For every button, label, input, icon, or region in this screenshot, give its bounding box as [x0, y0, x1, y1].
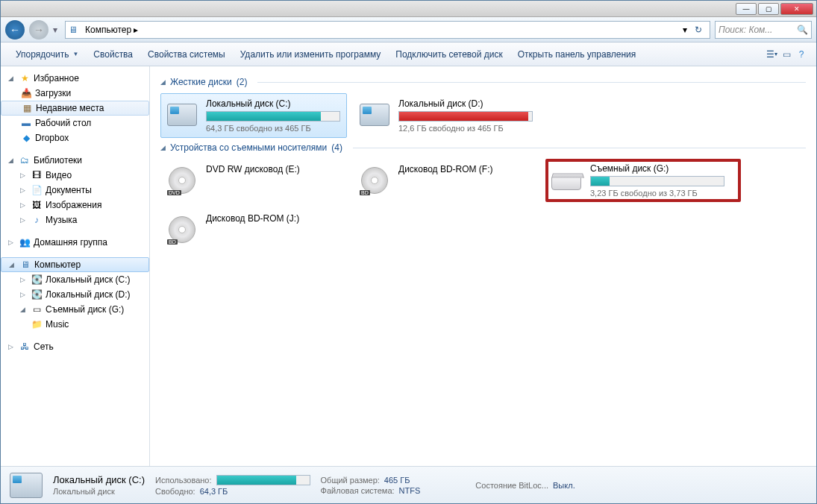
sidebar-item-label: Домашняя группа: [34, 237, 107, 248]
sidebar-music-folder[interactable]: 📁Music: [1, 317, 149, 332]
sidebar-pictures[interactable]: ▷🖼Изображения: [1, 198, 149, 212]
search-input[interactable]: Поиск: Ком... 🔍: [715, 21, 812, 39]
group-count: (4): [331, 142, 342, 153]
sidebar-item-label: Компьютер: [34, 259, 81, 270]
drive-local-d[interactable]: Локальный диск (D:) 12,6 ГБ свободно из …: [353, 93, 539, 138]
status-fs-label: Файловая система:: [321, 486, 395, 495]
status-total-value: 465 ГБ: [384, 476, 410, 485]
sidebar-item-label: Музыка: [46, 215, 77, 225]
uninstall-button[interactable]: Удалить или изменить программу: [233, 46, 389, 63]
status-total-label: Общий размер:: [321, 476, 380, 485]
maximize-button[interactable]: ▢: [758, 3, 779, 15]
badge: DVD: [167, 190, 181, 195]
preview-pane-button[interactable]: ▭: [779, 47, 794, 62]
computer-icon: 🖥: [69, 25, 78, 35]
status-fs-value: NTFS: [399, 486, 421, 495]
status-free-value: 64,3 ГБ: [200, 487, 228, 496]
breadcrumb-computer[interactable]: Компьютер ▸: [81, 23, 143, 37]
drive-removable-g-highlighted[interactable]: Съемный диск (G:) 3,23 ГБ свободно из 3,…: [545, 159, 741, 202]
sidebar-music[interactable]: ▷♪Музыка: [1, 212, 149, 227]
sidebar-homegroup[interactable]: ▷👥Домашняя группа: [1, 235, 149, 250]
drive-name: Дисковод BD-ROM (J:): [206, 213, 342, 224]
map-drive-button[interactable]: Подключить сетевой диск: [388, 46, 510, 63]
status-bitlocker-value: Выкл.: [553, 481, 575, 490]
star-icon: ★: [19, 72, 31, 84]
drive-name: Локальный диск (D:): [398, 98, 534, 109]
drive-name: DVD RW дисковод (E:): [206, 164, 342, 174]
address-dropdown-icon[interactable]: ▾: [683, 25, 687, 35]
network-icon: 🖧: [19, 341, 31, 353]
help-button[interactable]: ?: [794, 47, 809, 62]
sidebar-item-label: Съемный диск (G:): [46, 304, 124, 315]
group-count: (2): [237, 77, 248, 87]
drive-icon: [10, 469, 43, 502]
document-icon: 📄: [31, 184, 43, 196]
sidebar-item-label: Dropbox: [35, 133, 69, 143]
drive-bd-j[interactable]: BD Дисковод BD-ROM (J:): [160, 208, 347, 251]
drive-dvd-e[interactable]: DVD DVD RW дисковод (E:): [160, 159, 347, 202]
nav-history-dropdown[interactable]: ▾: [53, 25, 60, 35]
video-icon: 🎞: [31, 169, 43, 181]
properties-button[interactable]: Свойства: [86, 46, 140, 63]
sidebar-item-label: Документы: [46, 185, 92, 195]
divider: [257, 82, 806, 83]
nav-bar: ← → ▾ 🖥 Компьютер ▸ ▾ ↻ Поиск: Ком... 🔍: [1, 17, 816, 42]
system-properties-button[interactable]: Свойства системы: [140, 46, 233, 63]
sidebar-removable-g[interactable]: ◢▭Съемный диск (G:): [1, 302, 149, 317]
sidebar-item-label: Изображения: [46, 200, 101, 210]
drive-bd-f[interactable]: BD Дисковод BD-ROM (F:): [353, 159, 539, 202]
explorer-window: — ▢ ✕ ← → ▾ 🖥 Компьютер ▸ ▾ ↻ Поиск: Ком…: [0, 0, 817, 504]
recent-icon: ▦: [21, 102, 33, 114]
close-button[interactable]: ✕: [780, 3, 813, 15]
badge: BD: [360, 190, 370, 195]
breadcrumb-label: Компьютер: [85, 25, 131, 35]
status-type: Локальный диск: [53, 487, 145, 496]
sidebar-item-label: Локальный диск (C:): [46, 274, 131, 285]
drive-icon: [358, 98, 391, 131]
sidebar-videos[interactable]: ▷🎞Видео: [1, 168, 149, 183]
sidebar-item-label: Сеть: [34, 341, 54, 352]
sidebar-item-label: Загрузки: [35, 88, 71, 98]
computer-icon: 🖥: [19, 259, 31, 271]
folder-icon: 📁: [31, 318, 43, 330]
refresh-button[interactable]: ↻: [690, 25, 707, 35]
minimize-button[interactable]: —: [736, 3, 757, 15]
back-button[interactable]: ←: [5, 20, 25, 40]
titlebar: — ▢ ✕: [1, 1, 816, 17]
capacity-bar: [590, 176, 724, 186]
group-header-hdd[interactable]: ◢ Жесткие диски (2): [160, 77, 806, 87]
organize-button[interactable]: Упорядочить▼: [8, 46, 86, 63]
collapse-icon: ◢: [160, 144, 166, 151]
view-button[interactable]: ☰▾: [764, 47, 779, 62]
sidebar-libraries[interactable]: ◢🗂Библиотеки: [1, 153, 149, 168]
music-icon: ♪: [31, 214, 43, 226]
status-free-label: Свободно:: [155, 487, 195, 496]
sidebar-item-label: Видео: [46, 170, 72, 180]
sidebar-favorites[interactable]: ◢★Избранное: [1, 71, 149, 86]
sidebar-network[interactable]: ▷🖧Сеть: [1, 339, 149, 354]
details-pane: Локальный диск (C:) Локальный диск Испол…: [1, 466, 816, 503]
capacity-bar: [206, 111, 340, 122]
picture-icon: 🖼: [31, 199, 43, 211]
sidebar-desktop[interactable]: ▬Рабочий стол: [1, 116, 149, 130]
sidebar-local-d[interactable]: ▷💽Локальный диск (D:): [1, 287, 149, 302]
drive-icon: 💽: [31, 274, 43, 286]
address-bar[interactable]: 🖥 Компьютер ▸ ▾ ↻: [65, 21, 710, 39]
dropbox-icon: ◆: [20, 132, 32, 144]
drive-local-c[interactable]: Локальный диск (C:) 64,3 ГБ свободно из …: [160, 93, 347, 138]
sidebar-dropbox[interactable]: ◆Dropbox: [1, 130, 149, 145]
dvd-icon: BD: [166, 213, 198, 246]
sidebar-downloads[interactable]: 📥Загрузки: [1, 86, 149, 101]
group-header-removable[interactable]: ◢ Устройства со съемными носителями (4): [160, 142, 806, 153]
sidebar-documents[interactable]: ▷📄Документы: [1, 183, 149, 198]
status-name: Локальный диск (C:): [53, 474, 145, 485]
sidebar-recent-places[interactable]: ▦Недавние места: [1, 101, 149, 116]
chevron-down-icon: ▼: [72, 51, 78, 57]
sidebar-local-c[interactable]: ▷💽Локальный диск (C:): [1, 272, 149, 287]
control-panel-button[interactable]: Открыть панель управления: [510, 46, 644, 63]
sidebar-computer[interactable]: ◢🖥Компьютер: [1, 257, 149, 272]
chevron-right-icon: ▸: [134, 25, 138, 35]
group-title: Устройства со съемными носителями: [170, 142, 327, 153]
drive-name: Дисковод BD-ROM (F:): [398, 164, 534, 174]
forward-button[interactable]: →: [29, 20, 48, 40]
